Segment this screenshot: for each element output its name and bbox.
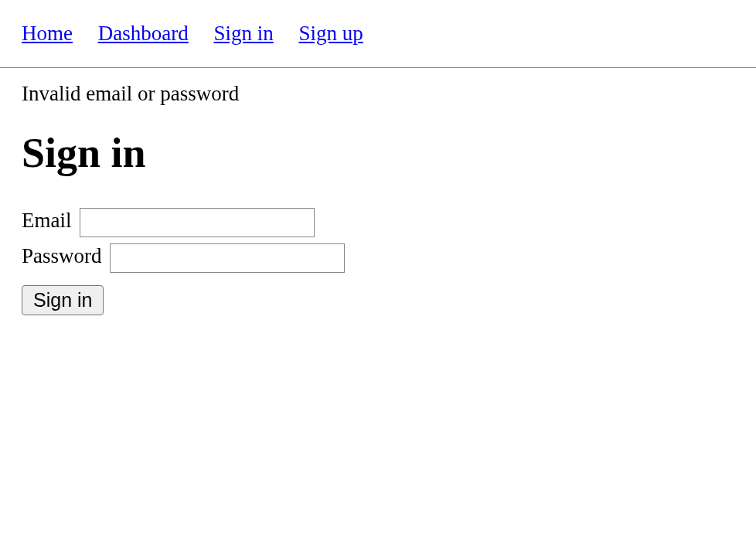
page-title: Sign in — [22, 129, 734, 177]
password-field[interactable] — [110, 243, 345, 273]
nav-signin-link[interactable]: Sign in — [213, 22, 273, 45]
nav-home-link[interactable]: Home — [22, 22, 73, 45]
nav-signup-link[interactable]: Sign up — [298, 22, 363, 45]
error-message: Invalid email or password — [22, 82, 734, 106]
top-nav: Home Dashboard Sign in Sign up — [0, 0, 756, 67]
email-label: Email — [22, 209, 71, 232]
signin-button[interactable]: Sign in — [22, 285, 104, 315]
email-field[interactable] — [80, 208, 315, 237]
signin-form: Email Password Sign in — [22, 208, 734, 315]
nav-dashboard-link[interactable]: Dashboard — [98, 22, 189, 45]
password-label: Password — [22, 244, 102, 267]
